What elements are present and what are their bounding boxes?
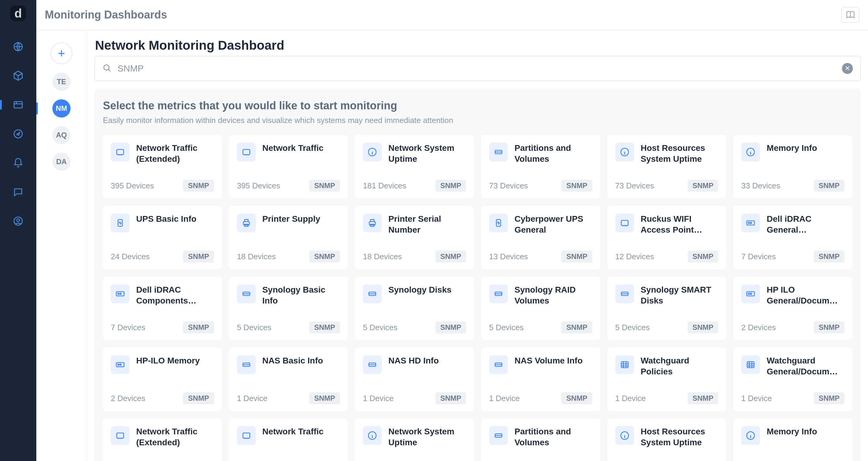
metric-card-title: Host Resources System Uptime <box>641 143 718 165</box>
rail-compass-icon[interactable] <box>11 126 25 141</box>
metric-card-title: Memory Info <box>767 143 817 153</box>
metric-card[interactable]: Cyberpower UPS General13 DevicesSNMP <box>481 206 600 269</box>
rail-globe-icon[interactable] <box>11 39 25 54</box>
metric-card-devices: 395 Devices <box>111 181 154 191</box>
metric-card-tag: SNMP <box>435 321 466 334</box>
metric-card-tag: SNMP <box>309 392 340 404</box>
metric-card[interactable]: Host Resources System Uptime73 DevicesSN… <box>608 135 726 198</box>
metric-card-title: Network System Uptime <box>388 143 466 165</box>
metric-card-devices: 7 Devices <box>741 252 776 261</box>
search-icon <box>102 63 112 74</box>
metric-card[interactable]: Watchguard Policies1 DeviceSNMP <box>608 347 726 411</box>
printer-icon <box>363 213 382 232</box>
metric-card[interactable]: Host Resources System UptimeSNMP <box>608 418 726 461</box>
metric-card-title: Network System Uptime <box>388 426 466 448</box>
metric-card-title: Cyberpower UPS General <box>515 213 592 236</box>
metric-card-devices: 2 Devices <box>741 323 776 332</box>
metric-card-tag: SNMP <box>561 392 592 404</box>
metric-card[interactable]: Printer Supply18 DevicesSNMP <box>229 206 348 269</box>
metric-card[interactable]: Synology Basic Info5 DevicesSNMP <box>229 277 348 340</box>
rail-dashboard-icon[interactable] <box>11 97 25 112</box>
info-icon <box>615 426 634 445</box>
metric-card-devices: 395 Devices <box>237 181 280 191</box>
metric-card-devices: 2 Devices <box>111 394 145 403</box>
svg-point-5 <box>104 65 109 70</box>
fw-icon <box>741 355 760 374</box>
disk-icon <box>615 284 634 303</box>
metric-card[interactable]: Synology RAID Volumes5 DevicesSNMP <box>481 277 600 340</box>
info-icon <box>741 426 760 445</box>
metric-card[interactable]: HP ILO General/Docum…2 DevicesSNMP <box>733 277 852 340</box>
metric-card-title: HP-ILO Memory <box>136 355 200 366</box>
metric-card[interactable]: Network Traffic395 DevicesSNMP <box>229 135 348 198</box>
disk-icon <box>489 143 508 162</box>
metric-card[interactable]: Dell iDRAC General…7 DevicesSNMP <box>733 206 852 269</box>
rail-user-icon[interactable] <box>11 214 25 228</box>
metric-card[interactable]: Network Traffic (Extended)SNMP <box>103 418 222 461</box>
metric-card-devices: 18 Devices <box>363 252 402 261</box>
ups-icon <box>111 213 129 232</box>
metric-card-tag: SNMP <box>435 251 466 263</box>
metric-card[interactable]: Dell iDRAC Components…7 DevicesSNMP <box>103 277 222 340</box>
metric-card[interactable]: Memory InfoSNMP <box>733 418 852 461</box>
dashboard-chip-da[interactable]: DA <box>52 153 70 171</box>
metric-card[interactable]: Network Traffic (Extended)395 DevicesSNM… <box>103 135 222 198</box>
metric-card-tag: SNMP <box>688 180 718 192</box>
metric-card-title: Network Traffic (Extended) <box>136 426 214 448</box>
svg-rect-1 <box>14 102 22 108</box>
rail-box-icon[interactable] <box>11 68 25 83</box>
metric-card-tag: SNMP <box>561 180 592 192</box>
metric-card[interactable]: UPS Basic Info24 DevicesSNMP <box>103 206 222 269</box>
metric-card[interactable]: Partitions and VolumesSNMP <box>481 418 600 461</box>
metric-card[interactable]: HP-ILO Memory2 DevicesSNMP <box>103 347 222 411</box>
disk-icon <box>489 355 508 374</box>
metric-card[interactable]: Network TrafficSNMP <box>229 418 348 461</box>
metric-card-title: Watchguard Policies <box>641 355 718 377</box>
metric-card-title: Partitions and Volumes <box>515 143 592 165</box>
metric-card-title: Printer Supply <box>262 213 320 225</box>
metric-card[interactable]: NAS Basic Info1 DeviceSNMP <box>229 347 348 411</box>
metric-card-tag: SNMP <box>309 180 340 192</box>
metric-card[interactable]: NAS Volume Info1 DeviceSNMP <box>481 347 600 411</box>
rail-bell-icon[interactable] <box>11 156 25 170</box>
metric-card[interactable]: NAS HD Info1 DeviceSNMP <box>355 347 474 411</box>
add-dashboard-button[interactable]: + <box>51 42 72 64</box>
metric-card[interactable]: Memory Info33 DevicesSNMP <box>733 135 852 198</box>
metric-card[interactable]: Ruckus WIFI Access Point…12 DevicesSNMP <box>608 206 726 269</box>
printer-icon <box>237 213 256 232</box>
nic-icon <box>237 426 256 445</box>
metric-card[interactable]: Printer Serial Number18 DevicesSNMP <box>355 206 474 269</box>
dashboard-chip-te[interactable]: TE <box>52 73 70 91</box>
rail-chat-icon[interactable] <box>11 185 25 199</box>
metric-card-title: Network Traffic <box>262 426 323 437</box>
metric-card-devices: 7 Devices <box>111 323 145 332</box>
metric-card-tag: SNMP <box>814 321 844 334</box>
metric-card[interactable]: Watchguard General/Docum…1 DeviceSNMP <box>733 347 852 411</box>
clear-search-button[interactable]: ✕ <box>842 63 853 74</box>
metric-card-devices: 13 Devices <box>489 252 528 261</box>
metric-card[interactable]: Synology SMART Disks5 DevicesSNMP <box>608 277 726 340</box>
metric-card[interactable]: Partitions and Volumes73 DevicesSNMP <box>481 135 600 198</box>
ups-icon <box>489 213 508 232</box>
metric-card-devices: 5 Devices <box>237 323 272 332</box>
metric-card[interactable]: Network System UptimeSNMP <box>355 418 474 461</box>
idrac-icon <box>741 213 760 232</box>
metric-card-title: Ruckus WIFI Access Point… <box>641 213 718 236</box>
metric-card-devices: 181 Devices <box>363 181 406 191</box>
metric-card-title: NAS HD Info <box>388 355 438 366</box>
disk-icon <box>237 355 256 374</box>
help-book-button[interactable] <box>841 7 860 23</box>
metric-card-devices: 1 Device <box>363 394 394 403</box>
metric-card-title: Printer Serial Number <box>388 213 466 236</box>
metric-card-tag: SNMP <box>183 180 214 192</box>
metric-card-tag: SNMP <box>814 180 844 192</box>
metric-card-title: Network Traffic <box>262 143 323 153</box>
dashboard-chip-nm[interactable]: NM <box>52 99 70 117</box>
metric-card[interactable]: Network System Uptime181 DevicesSNMP <box>355 135 474 198</box>
app-logo: d <box>10 5 26 21</box>
dashboard-chip-aq[interactable]: AQ <box>52 126 70 144</box>
metric-card[interactable]: Synology Disks5 DevicesSNMP <box>355 277 474 340</box>
search-input[interactable] <box>117 63 836 74</box>
metric-card-devices: 1 Device <box>741 394 772 403</box>
metric-card-title: Network Traffic (Extended) <box>136 143 214 165</box>
